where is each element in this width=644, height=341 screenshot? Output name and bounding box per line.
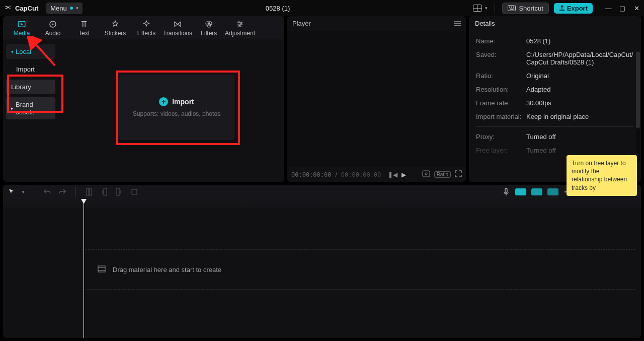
scrollbar-thumb[interactable] bbox=[636, 51, 640, 128]
fullscreen-icon[interactable] bbox=[455, 170, 462, 179]
app-logo: CapCut bbox=[4, 4, 38, 12]
player-panel: Player 00:00:00:00 / 00:00:00:00 ❚◀ ▶ Ra… bbox=[287, 16, 466, 182]
tab-adjustment[interactable]: Adjustment bbox=[224, 20, 256, 39]
top-tabs: Media Audio Text Stickers Effects bbox=[3, 16, 284, 39]
film-icon bbox=[98, 265, 106, 274]
media-icon bbox=[17, 20, 26, 29]
layout-preset-button[interactable]: ▾ bbox=[473, 5, 488, 12]
menu-button[interactable]: Menu ▾ bbox=[46, 3, 83, 14]
sidebar-item-library[interactable]: Library bbox=[6, 80, 55, 94]
tab-transitions[interactable]: Transitions bbox=[162, 20, 193, 39]
title-bar: CapCut Menu ▾ 0528 (1) ▾ Shortcut Export… bbox=[0, 0, 644, 16]
shortcut-button[interactable]: Shortcut bbox=[502, 3, 548, 14]
svg-rect-4 bbox=[509, 7, 510, 8]
timeline-placeholder: Drag material here and start to create bbox=[113, 266, 221, 274]
app-name: CapCut bbox=[15, 5, 38, 12]
crop-button[interactable] bbox=[130, 188, 138, 196]
svg-rect-23 bbox=[104, 188, 107, 195]
divider bbox=[476, 126, 634, 127]
details-freelayer-key: Free layer: bbox=[476, 147, 526, 154]
tab-effects[interactable]: Effects bbox=[131, 20, 162, 39]
chevron-down-icon: ▾ bbox=[485, 6, 488, 11]
titlebar-right: ▾ Shortcut Export — ▢ ✕ bbox=[473, 3, 640, 14]
menu-button-label: Menu bbox=[50, 5, 67, 12]
tab-effects-label: Effects bbox=[137, 30, 155, 37]
window-minimize-button[interactable]: — bbox=[605, 5, 612, 12]
shortcut-label: Shortcut bbox=[519, 5, 543, 12]
scrollbar[interactable] bbox=[636, 51, 640, 162]
free-layer-tooltip: Turn on free layer to modify the relatio… bbox=[567, 155, 637, 196]
transitions-icon bbox=[173, 20, 182, 29]
microphone-button[interactable] bbox=[502, 188, 510, 196]
capcut-logo-icon bbox=[4, 4, 12, 12]
player-compare-icon[interactable] bbox=[422, 170, 430, 179]
svg-rect-24 bbox=[117, 188, 120, 195]
details-name-value: 0528 (1) bbox=[526, 37, 634, 45]
tab-filters-label: Filters bbox=[201, 30, 217, 37]
timeline[interactable]: Drag material here and start to create bbox=[3, 199, 641, 338]
redo-button[interactable] bbox=[58, 188, 66, 196]
keyboard-icon bbox=[508, 5, 516, 11]
effects-icon bbox=[142, 20, 151, 29]
window-close-button[interactable]: ✕ bbox=[633, 5, 640, 12]
details-proxy-value: Turned off bbox=[526, 133, 634, 141]
tab-filters[interactable]: Filters bbox=[193, 20, 224, 39]
sidebar-item-import[interactable]: Import bbox=[6, 62, 55, 77]
svg-rect-7 bbox=[510, 9, 514, 10]
selection-tool-button[interactable] bbox=[8, 188, 15, 196]
split-button[interactable] bbox=[85, 188, 93, 196]
details-framerate-key: Frame rate: bbox=[476, 99, 526, 107]
svg-rect-8 bbox=[559, 10, 565, 11]
undo-button[interactable] bbox=[43, 188, 51, 196]
tab-media[interactable]: Media bbox=[6, 20, 37, 39]
player-viewport[interactable] bbox=[287, 31, 466, 167]
tab-stickers[interactable]: Stickers bbox=[100, 20, 131, 39]
details-resolution-key: Resolution: bbox=[476, 86, 526, 93]
export-label: Export bbox=[567, 5, 588, 12]
track-magnet-main[interactable] bbox=[515, 188, 526, 195]
timeline-ruler[interactable] bbox=[3, 199, 641, 208]
details-ratio-key: Ratio: bbox=[476, 72, 526, 80]
time-total: 00:00:00:00 bbox=[341, 171, 381, 178]
player-prev-icon[interactable]: ❚◀ bbox=[388, 171, 397, 178]
tab-adjustment-label: Adjustment bbox=[225, 30, 255, 37]
delete-left-button[interactable] bbox=[100, 188, 108, 196]
delete-right-button[interactable] bbox=[115, 188, 123, 196]
tab-text[interactable]: Text bbox=[68, 20, 100, 39]
player-controls: 00:00:00:00 / 00:00:00:00 ❚◀ ▶ Ratio bbox=[287, 167, 466, 182]
track-magnet-button[interactable] bbox=[531, 188, 542, 195]
svg-rect-19 bbox=[423, 171, 430, 177]
sidebar-local-label: Local bbox=[16, 48, 31, 55]
sidebar-item-local[interactable]: ▾Local bbox=[6, 44, 55, 59]
details-proxy-key: Proxy: bbox=[476, 133, 526, 141]
ratio-button[interactable]: Ratio bbox=[434, 171, 451, 178]
timeline-empty-track[interactable]: Drag material here and start to create bbox=[86, 249, 635, 290]
sidebar-item-brand-assets[interactable]: ▸Brand assets bbox=[6, 97, 55, 119]
svg-rect-22 bbox=[90, 188, 92, 195]
sidebar-library-label: Library bbox=[11, 83, 31, 91]
track-magnet-button[interactable] bbox=[547, 188, 558, 195]
tab-media-label: Media bbox=[14, 30, 30, 37]
menu-indicator-dot bbox=[70, 7, 73, 10]
tab-audio[interactable]: Audio bbox=[37, 20, 68, 39]
player-menu-icon[interactable] bbox=[454, 21, 461, 26]
sidebar-import-label: Import bbox=[16, 65, 35, 73]
svg-rect-25 bbox=[132, 189, 137, 194]
chevron-down-icon[interactable]: ▾ bbox=[22, 189, 25, 194]
player-title: Player bbox=[292, 20, 311, 27]
details-ratio-value: Original bbox=[526, 72, 634, 80]
tab-text-label: Text bbox=[78, 30, 90, 37]
import-subtitle: Supports: videos, audios, photos bbox=[133, 110, 220, 117]
details-saved-key: Saved: bbox=[476, 51, 526, 66]
details-import-value: Keep in original place bbox=[526, 113, 634, 120]
import-title: Import bbox=[172, 98, 194, 106]
window-maximize-button[interactable]: ▢ bbox=[619, 5, 626, 12]
player-play-icon[interactable]: ▶ bbox=[401, 171, 406, 178]
svg-rect-28 bbox=[98, 266, 105, 272]
chevron-down-icon: ▾ bbox=[11, 49, 14, 54]
export-button[interactable]: Export bbox=[554, 3, 593, 14]
details-framerate-value: 30.00fps bbox=[526, 99, 634, 107]
text-icon bbox=[79, 20, 89, 29]
playhead[interactable] bbox=[84, 199, 84, 338]
import-dropzone[interactable]: +Import Supports: videos, audios, photos bbox=[119, 75, 234, 140]
